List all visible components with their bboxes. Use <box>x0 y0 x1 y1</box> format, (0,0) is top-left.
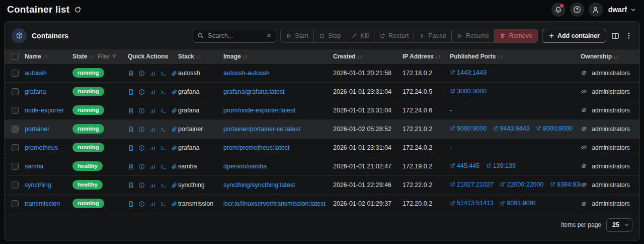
select-all-checkbox[interactable] <box>12 53 19 60</box>
console-icon[interactable] <box>160 89 167 95</box>
attach-icon[interactable] <box>171 163 178 170</box>
restart-button[interactable]: Restart <box>374 29 414 42</box>
container-name-link[interactable]: transmission <box>25 200 60 207</box>
column-header-state[interactable]: State↓↑ Filter <box>72 49 128 64</box>
items-per-page-select[interactable]: 25 <box>606 218 632 232</box>
inspect-icon[interactable] <box>138 70 145 77</box>
attach-icon[interactable] <box>171 182 178 189</box>
console-icon[interactable] <box>160 107 167 114</box>
image-link[interactable]: grafana/grafana:latest <box>223 88 285 95</box>
stack-link[interactable]: samba <box>178 163 197 170</box>
kebab-menu-button[interactable] <box>624 31 633 40</box>
stack-link[interactable]: portainer <box>178 126 203 133</box>
stats-icon[interactable] <box>149 201 156 207</box>
row-checkbox[interactable] <box>12 144 19 151</box>
published-port-link[interactable]: 9443:9443 <box>493 125 530 132</box>
published-port-link[interactable]: 22000:22000 <box>500 181 543 188</box>
row-checkbox[interactable] <box>12 88 19 95</box>
published-port-link[interactable]: 8384:8384 <box>550 181 581 188</box>
inspect-icon[interactable] <box>138 145 145 151</box>
console-icon[interactable] <box>160 70 167 77</box>
container-name-link[interactable]: samba <box>25 163 44 170</box>
filter-label[interactable]: Filter <box>98 53 110 59</box>
published-port-link[interactable]: 445:445 <box>450 162 479 169</box>
image-link[interactable]: prom/prometheus:latest <box>223 144 289 151</box>
published-port-link[interactable]: 3000:3000 <box>450 88 487 95</box>
row-checkbox[interactable] <box>12 200 19 207</box>
attach-icon[interactable] <box>171 70 178 77</box>
attach-icon[interactable] <box>171 89 178 95</box>
row-checkbox[interactable] <box>12 181 19 189</box>
stop-button[interactable]: Stop <box>313 29 346 42</box>
published-port-link[interactable]: 9091:9091 <box>500 200 536 207</box>
stats-icon[interactable] <box>149 182 156 189</box>
stack-link[interactable]: syncthing <box>178 181 205 189</box>
stack-link[interactable]: autossh <box>178 70 200 77</box>
image-link[interactable]: syncthing/syncthing:latest <box>223 181 295 189</box>
console-icon[interactable] <box>160 145 167 151</box>
column-header-created[interactable]: Created↓↑ <box>333 49 403 64</box>
console-icon[interactable] <box>160 201 167 207</box>
row-checkbox[interactable] <box>12 163 19 170</box>
help-button[interactable] <box>570 3 584 17</box>
filter-funnel-icon[interactable] <box>112 54 117 59</box>
image-link[interactable]: portainer/portainer-ce:latest <box>223 126 300 133</box>
column-header-published-ports[interactable]: Published Ports↓↑ <box>450 49 581 64</box>
kill-button[interactable]: Kill <box>346 29 374 42</box>
logs-icon[interactable] <box>128 89 134 95</box>
row-checkbox[interactable] <box>12 126 19 133</box>
add-container-button[interactable]: Add container <box>542 29 606 43</box>
search-input[interactable] <box>207 32 263 40</box>
container-name-link[interactable]: autossh <box>25 70 47 77</box>
stack-link[interactable]: grafana <box>178 107 199 114</box>
clear-search-button[interactable] <box>266 33 272 38</box>
stack-link[interactable]: grafana <box>178 144 199 151</box>
published-port-link[interactable]: 9000:9000 <box>450 125 487 132</box>
image-link[interactable]: dperson/samba <box>223 163 267 170</box>
row-checkbox[interactable] <box>12 70 19 77</box>
image-link[interactable]: lscr.io/linuxserver/transmission:latest <box>223 200 326 207</box>
inspect-icon[interactable] <box>138 182 145 189</box>
column-header-name[interactable]: Name↓↑ <box>25 49 72 64</box>
stack-link[interactable]: transmission <box>178 200 213 207</box>
image-link[interactable]: prom/node-exporter:latest <box>223 107 295 114</box>
logs-icon[interactable] <box>128 182 134 189</box>
stats-icon[interactable] <box>149 163 156 170</box>
column-header-ip-address[interactable]: IP Address↓↑ <box>403 49 450 64</box>
refresh-button[interactable] <box>74 6 82 14</box>
inspect-icon[interactable] <box>138 201 145 207</box>
columns-toggle-button[interactable] <box>610 31 620 41</box>
attach-icon[interactable] <box>171 107 178 114</box>
logs-icon[interactable] <box>128 126 134 133</box>
container-name-link[interactable]: syncthing <box>25 181 51 189</box>
published-port-link[interactable]: 1443:1443 <box>450 69 487 76</box>
attach-icon[interactable] <box>171 201 178 207</box>
inspect-icon[interactable] <box>138 163 145 170</box>
stats-icon[interactable] <box>149 126 156 133</box>
logs-icon[interactable] <box>128 163 134 170</box>
stats-icon[interactable] <box>149 70 156 77</box>
image-link[interactable]: autossh-autossh <box>223 70 270 77</box>
resume-button[interactable]: Resume <box>451 29 495 42</box>
container-name-link[interactable]: node-exporter <box>25 107 64 114</box>
user-menu[interactable]: dwarf <box>607 6 637 14</box>
stack-link[interactable]: grafana <box>178 88 199 95</box>
container-name-link[interactable]: grafana <box>25 88 46 95</box>
remove-button[interactable]: Remove <box>494 29 537 42</box>
inspect-icon[interactable] <box>138 107 145 114</box>
logs-icon[interactable] <box>128 107 134 114</box>
attach-icon[interactable] <box>171 145 178 151</box>
stats-icon[interactable] <box>149 89 156 95</box>
inspect-icon[interactable] <box>138 126 145 133</box>
logs-icon[interactable] <box>128 201 134 207</box>
inspect-icon[interactable] <box>138 89 145 95</box>
console-icon[interactable] <box>160 163 167 170</box>
console-icon[interactable] <box>160 182 167 189</box>
column-header-image[interactable]: Image↓↑ <box>223 49 333 64</box>
column-header-stack[interactable]: Stack↓↑ <box>178 49 223 64</box>
published-port-link[interactable]: 139:139 <box>486 162 516 169</box>
row-checkbox[interactable] <box>12 107 19 114</box>
container-name-link[interactable]: portainer <box>25 126 49 133</box>
logs-icon[interactable] <box>128 145 134 151</box>
column-header-ownership[interactable]: Ownership↓↑ <box>581 49 639 64</box>
